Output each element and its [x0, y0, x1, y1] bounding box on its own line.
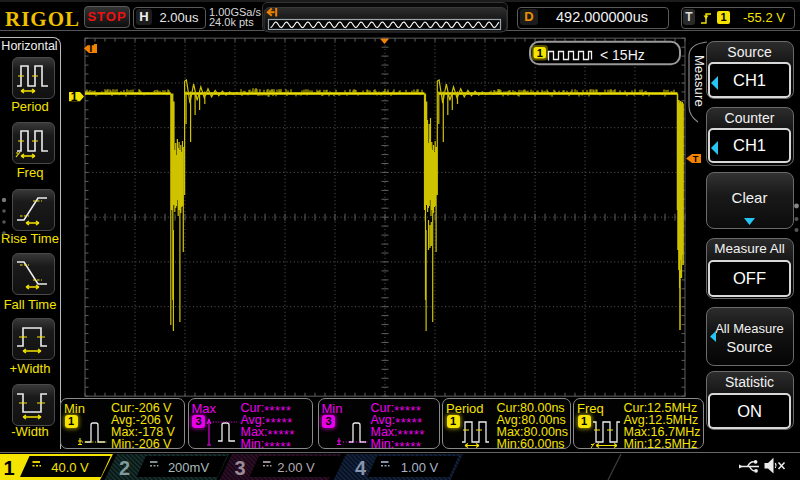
svg-text:3: 3 [234, 457, 245, 479]
svg-text:1.00 V: 1.00 V [401, 460, 439, 475]
svg-text:< 15Hz: < 15Hz [600, 47, 645, 63]
svg-text:1: 1 [71, 90, 78, 104]
svg-text:T: T [88, 43, 94, 54]
svg-text:200mV: 200mV [168, 460, 210, 475]
svg-text:4: 4 [355, 457, 367, 479]
svg-text:T: T [693, 154, 699, 164]
svg-text:2.00 V: 2.00 V [277, 460, 315, 475]
svg-text:1: 1 [3, 457, 14, 479]
svg-text:40.0 V: 40.0 V [51, 460, 89, 475]
svg-text:1: 1 [537, 47, 543, 59]
svg-text:2: 2 [119, 457, 130, 479]
